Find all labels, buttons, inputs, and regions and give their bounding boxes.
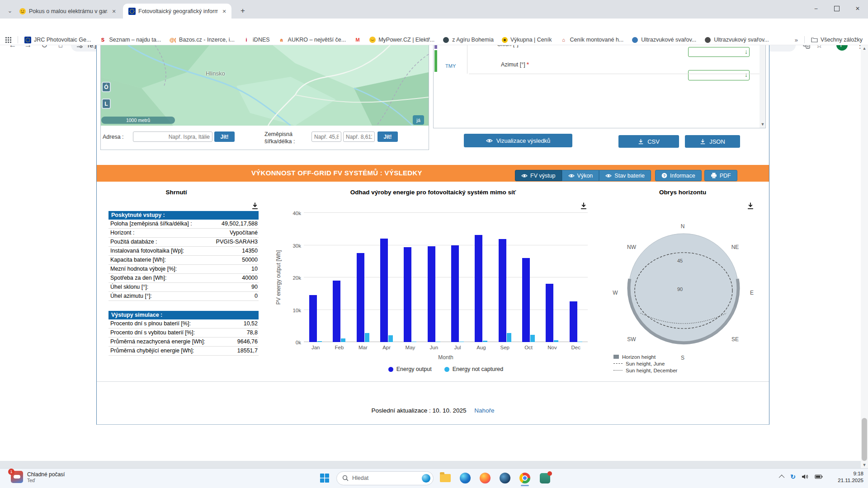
windows-logo-icon: [320, 473, 330, 483]
search-highlights-icon[interactable]: [422, 474, 430, 483]
results-tab-informace[interactable]: ?Informace: [655, 170, 702, 181]
scroll-down-icon[interactable]: ▼: [861, 463, 868, 467]
legend-label: Energy output: [396, 366, 432, 372]
file-explorer-button[interactable]: [437, 470, 453, 486]
maximize-button[interactable]: [826, 0, 847, 17]
summary-label: Mezní hodnota výboje [%]:: [110, 265, 177, 273]
sync-icon[interactable]: ↻: [790, 473, 796, 480]
summary-label: Poloha [zeměpisná šířka/délka] :: [110, 220, 192, 228]
horizon-polar-chart: [624, 229, 743, 347]
summary-value: 18551,7: [237, 347, 258, 355]
bookmark-item[interactable]: aAUKRO – největší če...: [278, 36, 346, 43]
energy-not-captured-bar: [578, 342, 582, 342]
latitude-input[interactable]: [311, 131, 341, 142]
map[interactable]: [101, 45, 429, 126]
close-button[interactable]: ✕: [847, 0, 868, 17]
bookmark-item[interactable]: M: [354, 36, 361, 43]
form-section-bar-green: [434, 50, 437, 72]
bookmark-item[interactable]: MyPower.CZ | Elektř...: [369, 37, 434, 43]
weather-icon: 1: [11, 471, 23, 483]
scroll-down-icon[interactable]: ▼: [759, 122, 766, 127]
horizon-download-icon[interactable]: [747, 202, 754, 210]
slope-input[interactable]: ↓: [688, 47, 750, 57]
map-town-label: Hlinsko: [206, 70, 225, 77]
energy-output-bar: [451, 245, 459, 342]
summary-value: 78,8: [247, 328, 258, 337]
tab-close-icon[interactable]: ✕: [221, 8, 228, 15]
azimuth-input[interactable]: ↓: [688, 70, 750, 80]
bookmark-item[interactable]: iiDNES: [243, 36, 270, 43]
clipped-field-label: Sklon [°] *: [497, 45, 597, 48]
tmy-label[interactable]: TMY: [445, 63, 456, 69]
results-tab-fv-v-stup[interactable]: FV výstup: [515, 170, 562, 181]
chart-x-labels: JanFebMarAprMayJunJulAugSepOctNovDec: [304, 345, 588, 350]
chrome-button[interactable]: [517, 470, 533, 486]
all-bookmarks-button[interactable]: Všechny záložky: [811, 37, 863, 43]
map-control-button-bottom[interactable]: L: [102, 99, 111, 109]
form-scrollbar[interactable]: ▼: [760, 45, 765, 128]
summary-label: Úhel sklonu [°]:: [110, 283, 148, 291]
scroll-up-icon[interactable]: ▲: [861, 46, 868, 51]
vertical-scrollbar[interactable]: ▲ ▼: [861, 45, 868, 468]
map-locate-button[interactable]: já: [413, 115, 424, 125]
month-bar-group: [422, 213, 446, 342]
bookmark-item[interactable]: Výkupna | Ceník: [502, 37, 552, 43]
elevation-ring-label-45: 45: [677, 258, 683, 263]
visualize-results-button[interactable]: Vizualizace výsledků: [464, 134, 572, 147]
battery-icon[interactable]: [815, 474, 823, 479]
csv-download-button[interactable]: CSV: [618, 135, 679, 148]
tab-close-icon[interactable]: ✕: [110, 8, 118, 15]
bookmark-item[interactable]: ⌂Ceník montované h...: [560, 36, 623, 43]
taskbar-clock[interactable]: 9:18 21.11.2025: [838, 470, 863, 484]
bookmarks-list: JRC Photovoltaic Ge...SSeznam – najdu ta…: [24, 36, 769, 43]
summary-download-icon[interactable]: [251, 202, 259, 210]
tab-active[interactable]: Fotovoltaický geografický informa ✕: [123, 4, 231, 19]
energy-output-bar: [333, 281, 340, 342]
bar-chart: 0k10k20k30k40k: [304, 213, 588, 342]
apps-grid-icon[interactable]: [5, 37, 11, 43]
bookmark-item[interactable]: JRC Photovoltaic Ge...: [24, 37, 91, 43]
bookmark-item[interactable]: z Agíru Bohemia: [443, 37, 494, 43]
summary-label: Horizont :: [110, 229, 135, 237]
minimize-button[interactable]: –: [806, 0, 826, 17]
results-tab-label: FV výstup: [530, 173, 556, 179]
bookmark-item[interactable]: @(Bazos.cz - Inzerce, i...: [169, 36, 235, 43]
summary-label: Průměrná nezachycená energie [Wh]:: [110, 338, 205, 346]
bookmark-label: Ultrazvukové svařov...: [641, 37, 696, 43]
address-input[interactable]: [133, 131, 212, 142]
bookmark-label: Ceník montované h...: [570, 37, 623, 43]
chart-download-icon[interactable]: [580, 202, 587, 210]
clock-time: 9:18: [838, 470, 863, 477]
taskbar-weather-widget[interactable]: 1 Chladné počasí Teď: [11, 471, 65, 483]
start-button[interactable]: [316, 470, 333, 486]
month-bar-group: [540, 213, 564, 342]
results-tab-v-kon[interactable]: Výkon: [562, 170, 599, 181]
summary-row: Procento dní s plnou baterií [%]:10,52: [108, 319, 259, 328]
results-tab-stav-baterie[interactable]: Stav baterie: [599, 170, 651, 181]
edge-button[interactable]: [457, 470, 473, 486]
taskbar-search-box[interactable]: Hledat: [336, 471, 434, 485]
json-download-button[interactable]: JSON: [685, 135, 740, 148]
bookmarks-overflow-icon[interactable]: »: [795, 37, 798, 43]
steam-button[interactable]: [497, 470, 513, 486]
latlon-go-button[interactable]: Jít!: [377, 131, 398, 142]
map-control-button-top[interactable]: Ó: [102, 82, 111, 92]
address-go-button[interactable]: Jít!: [214, 131, 235, 142]
summary-row: Úhel azimutu [°]:0: [108, 292, 259, 301]
bookmark-item[interactable]: SSeznam – najdu ta...: [99, 36, 161, 43]
back-to-top-link[interactable]: Nahoře: [474, 407, 494, 414]
scrollbar-thumb[interactable]: [862, 418, 867, 461]
firefox-button[interactable]: [477, 470, 493, 486]
elevation-ring-label-90: 90: [677, 286, 683, 292]
bookmark-item[interactable]: Ultrazvukový svařov...: [704, 37, 769, 43]
welder-favicon: [705, 37, 711, 43]
bookmark-item[interactable]: Ultrazvukové svařov...: [632, 37, 696, 43]
new-tab-button[interactable]: +: [237, 5, 249, 17]
longitude-input[interactable]: [343, 131, 375, 142]
results-tab-pdf[interactable]: PDF: [704, 170, 737, 181]
volume-icon[interactable]: [802, 474, 809, 480]
legend-label: Horizon height: [622, 354, 656, 360]
app-button-green[interactable]: [537, 470, 553, 486]
horizontal-scrollbar[interactable]: [0, 461, 861, 468]
tab-inactive[interactable]: Pokus o malou elektrárnu v gara ✕: [14, 4, 121, 19]
